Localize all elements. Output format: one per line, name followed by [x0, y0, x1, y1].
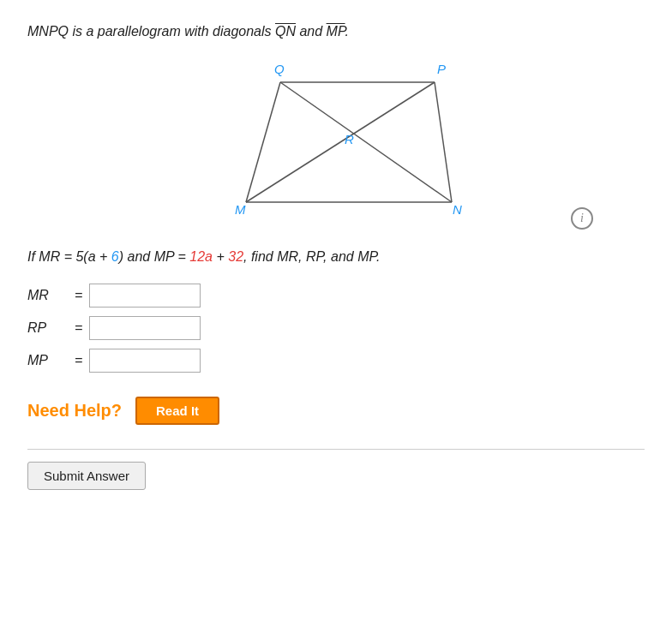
mr-row: MR =: [27, 284, 645, 308]
eq-mp: MP: [154, 249, 174, 264]
svg-line-1: [435, 82, 452, 202]
mr-input[interactable]: [89, 284, 201, 308]
need-help-text: Need Help?: [27, 401, 122, 421]
need-help-section: Need Help? Read It: [27, 397, 645, 425]
eq-num6: 6: [111, 249, 119, 264]
rp-row: RP =: [27, 316, 645, 340]
mp-input[interactable]: [89, 349, 201, 373]
eq1: = 5(a +: [60, 249, 111, 264]
vertex-r-label: R: [345, 132, 354, 146]
diagonal1: QN: [275, 24, 296, 39]
title-suffix: .: [345, 24, 349, 39]
mp-row: MP =: [27, 349, 645, 373]
eq-mr: MR: [39, 249, 60, 264]
diagonal2: MP: [327, 24, 345, 39]
vertex-q-label: Q: [274, 62, 285, 76]
mp-label: MP: [27, 353, 75, 368]
vertex-m-label: M: [235, 202, 246, 217]
diagram-container: Q P N M R i: [27, 58, 645, 230]
submit-section: Submit Answer: [27, 449, 645, 490]
problem-title: MNPQ is a parallelogram with diagonals Q…: [27, 21, 645, 43]
eq-prefix: If: [27, 249, 39, 264]
info-icon[interactable]: i: [571, 207, 593, 230]
title-prefix: MNPQ is a parallelogram with diagonals: [27, 24, 275, 39]
mp-equals: =: [75, 353, 82, 368]
vertex-p-label: P: [437, 62, 446, 76]
mr-label: MR: [27, 288, 75, 303]
read-it-button[interactable]: Read It: [135, 397, 219, 425]
vertex-n-label: N: [453, 202, 462, 217]
and-text: and: [296, 24, 327, 39]
mr-equals: =: [75, 288, 82, 303]
parallelogram-diagram: Q P N M R: [182, 58, 490, 230]
eq2: =: [174, 249, 189, 264]
eq-num12a: 12a: [189, 249, 213, 264]
eq-num32: 32: [228, 249, 243, 264]
rp-label: RP: [27, 320, 75, 336]
submit-button[interactable]: Submit Answer: [27, 462, 146, 490]
svg-line-5: [246, 82, 435, 202]
eq1-end: ) and: [119, 249, 154, 264]
find-items: MR, RP, and MP.: [277, 249, 380, 264]
equation-line: If MR = 5(a + 6) and MP = 12a + 32, find…: [27, 245, 645, 268]
eq2-end: , find: [243, 249, 277, 264]
rp-equals: =: [75, 320, 82, 336]
rp-input[interactable]: [89, 316, 201, 340]
svg-line-4: [280, 82, 452, 202]
